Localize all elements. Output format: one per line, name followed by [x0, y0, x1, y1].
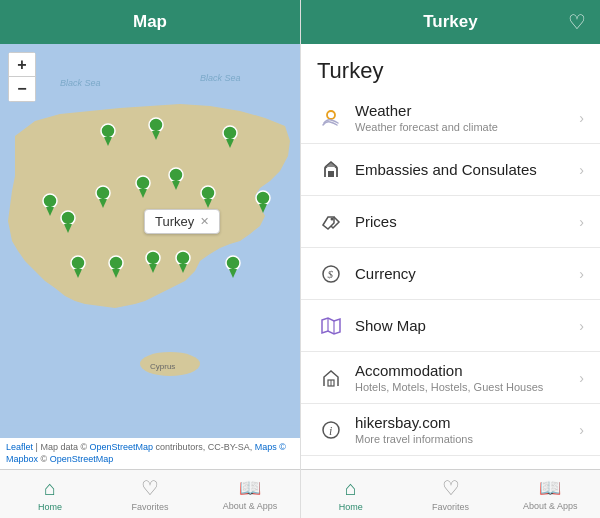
svg-point-25	[109, 256, 123, 270]
left-favorites-label: Favorites	[131, 502, 168, 512]
accommodation-subtitle: Hotels, Motels, Hostels, Guest Houses	[355, 381, 569, 393]
map-title: Map	[133, 12, 167, 32]
right-home-label: Home	[339, 502, 363, 512]
prices-icon	[317, 211, 345, 233]
turkey-popup[interactable]: Turkey ✕	[144, 209, 220, 234]
svg-point-7	[101, 124, 115, 138]
right-header: Turkey ♡	[301, 0, 600, 44]
menu-item-weather[interactable]: Weather Weather forecast and climate ›	[301, 92, 600, 144]
currency-chevron: ›	[579, 266, 584, 282]
menu-item-hikersbay[interactable]: i hikersbay.com More travel informations…	[301, 404, 600, 456]
right-bottom-nav: ⌂ Home ♡ Favorites 📖 About & Apps	[301, 469, 600, 518]
weather-subtitle: Weather forecast and climate	[355, 121, 569, 133]
hikersbay-text: hikersbay.com More travel informations	[345, 414, 579, 445]
turkey-popup-close[interactable]: ✕	[200, 215, 209, 228]
svg-text:Cyprus: Cyprus	[150, 362, 175, 371]
add-favorites-text: Add to favorites Save for later	[345, 466, 579, 469]
menu-item-showmap[interactable]: Show Map ›	[301, 300, 600, 352]
menu-item-currency[interactable]: $ Currency ›	[301, 248, 600, 300]
svg-point-21	[201, 186, 215, 200]
left-favorites-icon: ♡	[141, 476, 159, 500]
svg-point-29	[176, 251, 190, 265]
left-about-icon: 📖	[239, 477, 261, 499]
svg-point-31	[226, 256, 240, 270]
favorite-button[interactable]: ♡	[568, 10, 586, 34]
weather-chevron: ›	[579, 110, 584, 126]
hikersbay-title: hikersbay.com	[355, 414, 569, 432]
svg-rect-36	[328, 171, 334, 177]
accommodation-text: Accommodation Hotels, Motels, Hostels, G…	[345, 362, 579, 393]
menu-item-prices[interactable]: Prices ›	[301, 196, 600, 248]
showmap-icon	[317, 315, 345, 337]
right-about-icon: 📖	[539, 477, 561, 499]
menu-item-embassies[interactable]: Embassies and Consulates ›	[301, 144, 600, 196]
svg-point-11	[223, 126, 237, 140]
right-nav-favorites[interactable]: ♡ Favorites	[401, 476, 501, 512]
country-title: Turkey	[301, 44, 600, 92]
menu-item-add-favorites[interactable]: Add to favorites Save for later ›	[301, 456, 600, 469]
accommodation-chevron: ›	[579, 370, 584, 386]
currency-icon: $	[317, 263, 345, 285]
map-zoom-controls: + −	[8, 52, 36, 102]
showmap-chevron: ›	[579, 318, 584, 334]
currency-title: Currency	[355, 265, 569, 283]
maps-link[interactable]: Maps ©	[255, 442, 286, 452]
embassies-title: Embassies and Consulates	[355, 161, 569, 179]
currency-text: Currency	[345, 265, 579, 283]
svg-point-33	[256, 191, 270, 205]
attribution-c: ©	[41, 454, 50, 464]
svg-point-19	[169, 168, 183, 182]
zoom-in-button[interactable]: +	[9, 53, 35, 77]
left-nav-favorites[interactable]: ♡ Favorites	[100, 476, 200, 512]
right-home-icon: ⌂	[345, 477, 357, 500]
zoom-out-button[interactable]: −	[9, 77, 35, 101]
map-background: Black Sea Black Sea Cyprus	[0, 44, 300, 438]
svg-text:Black Sea: Black Sea	[200, 73, 241, 83]
attribution-separator: contributors, CC-BY-SA,	[156, 442, 255, 452]
left-nav-about[interactable]: 📖 About & Apps	[200, 477, 300, 511]
right-title: Turkey	[423, 12, 478, 32]
right-nav-about[interactable]: 📖 About & Apps	[500, 477, 600, 511]
right-nav-home[interactable]: ⌂ Home	[301, 477, 401, 512]
attribution-text: | Map data ©	[36, 442, 90, 452]
svg-point-23	[71, 256, 85, 270]
right-favorites-icon: ♡	[442, 476, 460, 500]
map-header: Map	[0, 0, 300, 44]
svg-point-37	[331, 217, 334, 220]
left-home-label: Home	[38, 502, 62, 512]
map-container[interactable]: Black Sea Black Sea Cyprus	[0, 44, 300, 438]
right-favorites-label: Favorites	[432, 502, 469, 512]
osm-link[interactable]: OpenStreetMap	[90, 442, 154, 452]
embassies-chevron: ›	[579, 162, 584, 178]
left-home-icon: ⌂	[44, 477, 56, 500]
map-attribution: Leaflet | Map data © OpenStreetMap contr…	[0, 438, 300, 469]
left-about-label: About & Apps	[223, 501, 278, 511]
weather-title: Weather	[355, 102, 569, 120]
left-nav-home[interactable]: ⌂ Home	[0, 477, 100, 512]
menu-item-accommodation[interactable]: Accommodation Hotels, Motels, Hostels, G…	[301, 352, 600, 404]
turkey-popup-text: Turkey	[155, 214, 194, 229]
accommodation-title: Accommodation	[355, 362, 569, 380]
weather-text: Weather Weather forecast and climate	[345, 102, 579, 133]
hikersbay-icon: i	[317, 419, 345, 441]
embassies-text: Embassies and Consulates	[345, 161, 579, 179]
weather-icon	[317, 107, 345, 129]
leaflet-link[interactable]: Leaflet	[6, 442, 33, 452]
menu-list: Weather Weather forecast and climate › E…	[301, 92, 600, 469]
svg-text:$: $	[328, 268, 334, 280]
add-favorites-title: Add to favorites	[355, 466, 569, 469]
left-bottom-nav: ⌂ Home ♡ Favorites 📖 About & Apps	[0, 469, 300, 518]
svg-text:Black Sea: Black Sea	[60, 78, 101, 88]
hikersbay-chevron: ›	[579, 422, 584, 438]
embassies-icon	[317, 159, 345, 181]
prices-title: Prices	[355, 213, 569, 231]
accommodation-icon	[317, 367, 345, 389]
left-panel: Map Black Sea Black Sea Cyprus	[0, 0, 300, 518]
mapbox-link[interactable]: Mapbox	[6, 454, 38, 464]
showmap-text: Show Map	[345, 317, 579, 335]
prices-text: Prices	[345, 213, 579, 231]
svg-point-9	[149, 118, 163, 132]
svg-point-5	[43, 194, 57, 208]
openstreetmap2-link[interactable]: OpenStreetMap	[50, 454, 114, 464]
svg-text:i: i	[329, 423, 332, 437]
